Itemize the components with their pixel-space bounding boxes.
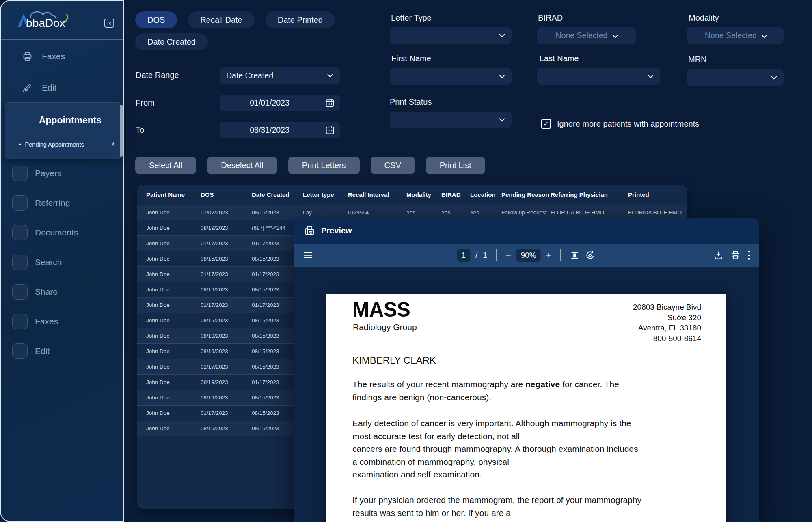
column-header-birad: BIRAD [441, 191, 470, 198]
pdf-toolbar-right [713, 244, 751, 267]
bullet-icon: • [19, 141, 22, 148]
sidebar-toggle-button[interactable] [302, 250, 313, 261]
placeholder-icon [12, 284, 28, 300]
print-button[interactable] [730, 250, 741, 260]
org-subtitle: Radiology Group [353, 322, 417, 332]
pen-icon [22, 82, 33, 93]
filter-pill-dos[interactable]: DOS [135, 11, 177, 28]
sidebar-item-search[interactable]: Search [1, 247, 123, 277]
birad-value: None Selected [556, 31, 608, 40]
abbadox-logo: bbaDox [15, 9, 97, 32]
chevron-left-icon[interactable]: ‹ [112, 139, 115, 148]
checkbox-checked-icon[interactable]: ✓ [541, 119, 551, 129]
placeholder-icon [12, 166, 28, 181]
date-range-select[interactable]: Date Created [220, 67, 340, 84]
filter-pills: DOSRecall DateDate PrintedDate Created [135, 11, 354, 50]
csv-button[interactable]: CSV [371, 157, 415, 174]
sidebar-item-payers[interactable]: Payers [1, 158, 123, 188]
sidebar-item-label: Share [35, 287, 58, 297]
cell-letter-type: Lay [303, 209, 348, 216]
ignore-appointments-checkbox-row[interactable]: ✓ Ignore more patients with appointments [541, 119, 699, 129]
sidebar-collapse-button[interactable] [103, 17, 115, 29]
page-total: 1 [483, 251, 487, 260]
to-date-value: 08/31/2023 [250, 125, 289, 135]
sidebar-item-share[interactable]: Share [1, 277, 123, 306]
print-letters-button[interactable]: Print Letters [288, 157, 360, 174]
print-icon [730, 250, 741, 260]
column-header-patient-name: Patient Name [146, 191, 201, 198]
placeholder-icon [12, 195, 28, 211]
sidebar-item-referring[interactable]: Referring [1, 188, 123, 218]
column-header-pending-reason: Pending Reason [501, 191, 551, 198]
to-date-field[interactable]: 08/31/2023 [220, 122, 340, 138]
chevron-down-icon [499, 73, 505, 78]
print-status-select[interactable] [390, 112, 512, 128]
filter-pill-recall-date[interactable]: Recall Date [188, 11, 254, 28]
chevron-down-icon [327, 72, 333, 78]
preview-modal: Preview 1 / 1 − 90% + [294, 218, 759, 522]
select-all-button[interactable]: Select All [135, 157, 196, 174]
app-window: bbaDox Faxes Edit Appointments • [0, 0, 812, 522]
modality-select[interactable]: None Selected [687, 27, 784, 44]
sidebar-item-edit[interactable]: Edit [1, 336, 123, 366]
cell-dos: 08/19/2023 [201, 333, 252, 339]
first-name-label: First Name [391, 54, 431, 63]
letter-paragraph-3: If your physician ordered the mammogram,… [352, 494, 720, 522]
column-header-recall-interval: Recall Interval [348, 191, 406, 198]
filter-pill-date-printed[interactable]: Date Printed [266, 11, 335, 28]
sidebar-item-label: Faxes [42, 52, 65, 61]
cell-dos: 01/17/2023 [201, 302, 252, 308]
sidebar-item-edit[interactable]: Edit [1, 76, 123, 99]
letter-paragraph-2: Early detection of cancer is very import… [352, 417, 720, 481]
from-date-field[interactable]: 01/01/2023 [220, 95, 340, 111]
rotate-button[interactable] [585, 250, 596, 261]
chevron-down-icon [499, 116, 505, 122]
birad-select[interactable]: None Selected [537, 27, 636, 44]
cell-recall-interval: ID29564 [348, 209, 406, 216]
download-icon [713, 250, 723, 260]
sidebar-item-documents[interactable]: Documents [1, 218, 123, 247]
address-line: Suớe 320 [633, 313, 701, 323]
cell-patient-name: John Doe [146, 209, 201, 216]
sidebar-item-faxes[interactable]: Faxes [1, 45, 123, 68]
address-line: Aventra, FL 33180 [633, 323, 701, 333]
sidebar-scrollbar-thumb[interactable] [120, 105, 123, 157]
cell-pending-reason: Follow up Request [501, 209, 551, 216]
download-button[interactable] [713, 250, 723, 260]
first-name-select[interactable] [390, 68, 512, 85]
column-header-dos: DOS [201, 191, 252, 198]
cell-patient-name: John Doe [146, 410, 201, 416]
cell-date-created: 08/15/2023 [252, 209, 303, 216]
fit-page-icon [570, 250, 580, 260]
zoom-in-button[interactable]: + [546, 250, 551, 261]
zoom-level-field[interactable]: 90% [516, 249, 541, 262]
filter-pill-date-created[interactable]: Date Created [135, 33, 208, 50]
deselect-all-button[interactable]: Deselect All [207, 157, 277, 174]
print-list-button[interactable]: Print List [426, 157, 485, 174]
from-date-value: 01/01/2023 [250, 98, 289, 108]
chevron-down-icon [771, 74, 777, 80]
column-header-referring-physician: Referring Physician [551, 191, 628, 198]
cell-patient-name: John Doe [146, 271, 201, 277]
toolbar-separator [560, 249, 561, 261]
last-name-select[interactable] [537, 68, 660, 85]
sidebar-item-pending-appointments[interactable]: • Pending Appointments [19, 141, 84, 148]
cell-birad: Yes [441, 209, 470, 216]
cell-dos: 01/17/2023 [201, 410, 252, 416]
to-label: To [136, 125, 144, 135]
mrn-select[interactable] [687, 69, 784, 86]
zoom-out-button[interactable]: − [506, 250, 511, 261]
letter-type-select[interactable] [390, 27, 512, 44]
fit-page-button[interactable] [570, 250, 580, 260]
sidebar-item-faxes[interactable]: Faxes [1, 306, 123, 336]
address-line: 800-500-8614 [633, 333, 701, 344]
more-options-button[interactable] [747, 250, 751, 261]
page-number-field[interactable]: 1 [457, 249, 470, 262]
address-line: 20803 Bicayne Bivd [633, 302, 701, 313]
date-range-label: Date Range [136, 71, 179, 80]
cell-patient-name: John Doe [146, 225, 201, 231]
cell-patient-name: John Doe [146, 240, 201, 246]
letterhead-address: 20803 Bicayne BivdSuớe 320Aventra, FL 33… [633, 302, 701, 343]
column-header-date-created: Date Created [252, 191, 303, 198]
column-header-printed: Printed [628, 191, 687, 198]
